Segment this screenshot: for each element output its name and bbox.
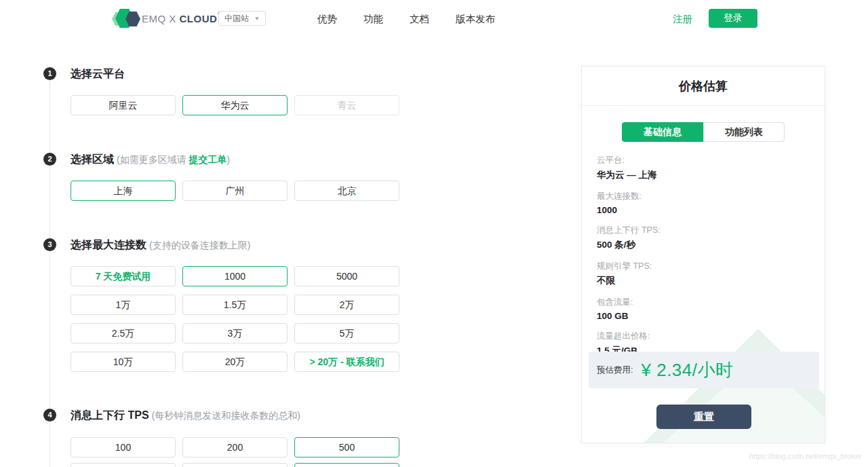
caret-down-icon: ▼	[254, 16, 260, 22]
option-button[interactable]: 1000	[182, 266, 288, 286]
top-navbar: EMQ X CLOUD 中国站 ▼ 优势 功能 文档 版本发布 注册 登录	[0, 0, 868, 37]
option-button[interactable]: 华为云	[182, 95, 288, 115]
nav-item-releases[interactable]: 版本发布	[456, 13, 495, 26]
detail-label: 包含流量:	[597, 297, 660, 308]
option-button[interactable]: 1.5万	[182, 295, 288, 315]
detail-label: 流量超出价格:	[597, 331, 660, 342]
option-button[interactable]: 青云	[294, 95, 399, 115]
option-button[interactable]: 10万	[71, 352, 176, 372]
tab-basic-info[interactable]: 基础信息	[622, 122, 703, 142]
step-number-badge: 1	[43, 67, 56, 80]
detail-included-traffic: 包含流量: 100 GB	[597, 297, 660, 321]
detail-value: 不限	[597, 275, 660, 287]
estimated-price-bar: 预估费用: ¥ 2.34/小时	[589, 352, 819, 388]
option-button-partial[interactable]	[71, 463, 176, 467]
submit-ticket-link[interactable]: 提交工单	[189, 154, 227, 165]
detail-value: 500 条/秒	[597, 239, 660, 251]
detail-value: 1000	[597, 205, 660, 215]
option-button[interactable]: 500	[294, 437, 399, 457]
detail-label: 消息上下行 TPS:	[597, 225, 660, 236]
login-button[interactable]: 登录	[709, 9, 757, 28]
estimate-details: 云平台: 华为云 — 上海 最大连接数: 1000 消息上下行 TPS: 500…	[597, 155, 660, 367]
region-selector-dropdown[interactable]: 中国站 ▼	[218, 11, 266, 26]
detail-value: 华为云 — 上海	[597, 169, 660, 181]
option-button[interactable]: 1万	[71, 295, 176, 315]
nav-item-advantages[interactable]: 优势	[317, 13, 337, 26]
option-button[interactable]: 阿里云	[71, 95, 176, 115]
option-button[interactable]: 7 天免费试用	[71, 266, 176, 286]
detail-label: 规则引擎 TPS:	[597, 261, 660, 272]
step-number-badge: 2	[43, 153, 56, 166]
detail-value: 100 GB	[597, 311, 660, 321]
option-button[interactable]: 上海	[71, 181, 176, 201]
option-button[interactable]: 3万	[182, 323, 288, 343]
message-tps-options-partial-row	[71, 463, 400, 467]
detail-label: 云平台:	[597, 155, 660, 166]
watermark-text: https://blog.csdn.net/emqx_broker	[749, 452, 862, 460]
estimated-price-label: 预估费用:	[597, 365, 633, 376]
brand-name: EMQ X CLOUD	[142, 13, 222, 24]
panel-title: 价格估算	[582, 67, 825, 106]
region-options: 上海 广州 北京	[71, 181, 400, 201]
cloud-platform-options: 阿里云 华为云 青云	[71, 95, 400, 115]
step-number-badge: 4	[43, 409, 56, 422]
option-button[interactable]: 200	[182, 437, 288, 457]
option-button[interactable]: 2.5万	[71, 323, 176, 343]
detail-max-connections: 最大连接数: 1000	[597, 191, 660, 215]
main-nav: 优势 功能 文档 版本发布	[317, 13, 495, 26]
step-connector-line	[50, 73, 50, 467]
option-button-partial[interactable]	[294, 463, 399, 467]
panel-tabs: 基础信息 功能列表	[622, 122, 785, 142]
detail-cloud-platform: 云平台: 华为云 — 上海	[597, 155, 660, 181]
detail-rule-engine-tps: 规则引擎 TPS: 不限	[597, 261, 660, 287]
option-button[interactable]: 广州	[182, 181, 288, 201]
option-button[interactable]: 100	[71, 437, 176, 457]
nav-item-docs[interactable]: 文档	[410, 13, 429, 26]
region-selector-value: 中国站	[224, 13, 249, 24]
option-button[interactable]: 5万	[294, 323, 399, 343]
option-button[interactable]: 2万	[294, 295, 399, 315]
tab-feature-list[interactable]: 功能列表	[703, 122, 785, 142]
option-button-partial[interactable]	[182, 463, 288, 467]
step-title: 消息上下行 TPS(每秒钟消息发送和接收条数的总和)	[71, 409, 300, 423]
step-title: 选择最大连接数(支持的设备连接数上限)	[71, 238, 250, 253]
step-number-badge: 3	[43, 238, 56, 251]
option-button[interactable]: > 20万 - 联系我们	[294, 352, 399, 372]
nav-item-features[interactable]: 功能	[363, 13, 383, 26]
option-button[interactable]: 5000	[294, 266, 399, 286]
option-button[interactable]: 20万	[182, 352, 288, 372]
message-tps-options: 100 200 500	[71, 437, 400, 457]
register-link[interactable]: 注册	[673, 13, 692, 26]
price-estimate-panel: 价格估算 基础信息 功能列表 云平台: 华为云 — 上海 最大连接数: 1000…	[581, 66, 825, 443]
detail-label: 最大连接数:	[597, 191, 660, 202]
option-button[interactable]: 北京	[294, 181, 399, 201]
step-title: 选择区域(如需更多区域请 提交工单)	[71, 153, 230, 167]
max-connections-options: 7 天免费试用 1000 5000 1万 1.5万 2万 2.5万 3万 5万 …	[71, 266, 400, 372]
reset-button[interactable]: 重置	[656, 405, 751, 429]
estimated-price-value: ¥ 2.34/小时	[641, 358, 733, 382]
step-title: 选择云平台	[71, 67, 125, 81]
detail-message-tps: 消息上下行 TPS: 500 条/秒	[597, 225, 660, 251]
